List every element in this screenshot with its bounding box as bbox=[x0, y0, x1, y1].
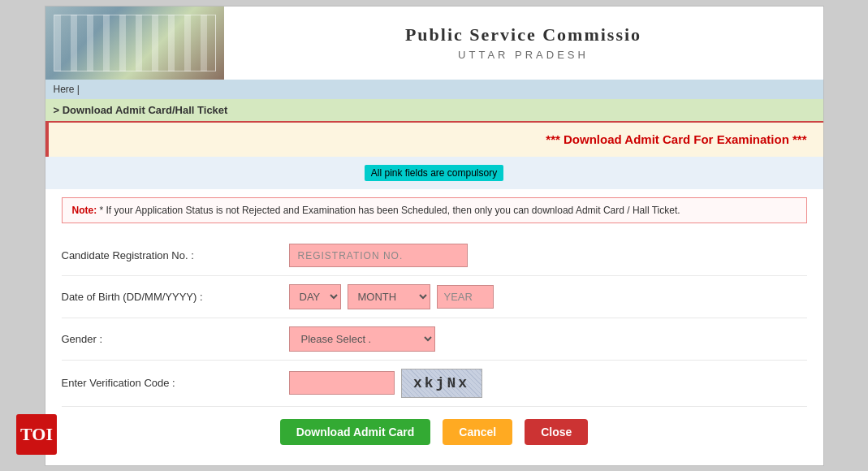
captcha-text: xkjNx bbox=[413, 375, 469, 391]
nav-text: Here | bbox=[54, 84, 80, 95]
dob-row: Date of Birth (DD/MM/YYYY) : DAY 12345 6… bbox=[62, 276, 807, 318]
form-container: Note: * If your Application Status is no… bbox=[45, 189, 823, 465]
close-button[interactable]: Close bbox=[525, 419, 588, 445]
toi-label: TOI bbox=[20, 424, 53, 445]
captcha-row: Enter Verification Code : xkjNx bbox=[62, 361, 807, 407]
dob-day-select[interactable]: DAY 12345 678910 1112131415 1617181920 2… bbox=[289, 284, 341, 309]
header-title-area: Public Service Commissio UTTAR PRADESH bbox=[224, 6, 823, 80]
breadcrumb: > Download Admit Card/Hall Ticket bbox=[45, 99, 823, 121]
header-building-image bbox=[45, 6, 224, 80]
download-title-bar: *** Download Admit Card For Examination … bbox=[45, 121, 823, 157]
nav-bar: Here | bbox=[45, 80, 823, 99]
pink-notice-badge: All pink fields are compulsory bbox=[365, 165, 503, 181]
gender-label: Gender : bbox=[62, 333, 289, 345]
download-admit-card-button[interactable]: Download Admit Card bbox=[280, 419, 431, 445]
main-container: Public Service Commissio UTTAR PRADESH H… bbox=[45, 6, 824, 466]
dob-year-input[interactable] bbox=[437, 285, 494, 309]
registration-control bbox=[289, 244, 807, 267]
gender-row: Gender : Please Select . Male Female Oth… bbox=[62, 318, 807, 361]
note-text: * If your Application Status is not Reje… bbox=[100, 205, 680, 216]
commission-title: Public Service Commissio bbox=[405, 24, 641, 45]
breadcrumb-text: > Download Admit Card/Hall Ticket bbox=[54, 104, 228, 116]
registration-row: Candidate Registration No. : bbox=[62, 236, 807, 276]
toi-badge: TOI bbox=[16, 414, 57, 455]
cancel-button[interactable]: Cancel bbox=[443, 419, 512, 445]
button-row: Download Admit Card Cancel Close bbox=[62, 407, 807, 449]
registration-input[interactable] bbox=[289, 244, 468, 267]
download-title: *** Download Admit Card For Examination … bbox=[546, 132, 806, 146]
captcha-image: xkjNx bbox=[401, 369, 482, 398]
gender-control: Please Select . Male Female Other bbox=[289, 326, 807, 352]
dob-control: DAY 12345 678910 1112131415 1617181920 2… bbox=[289, 284, 807, 309]
note-label: Note: bbox=[72, 205, 97, 216]
dob-month-select[interactable]: MONTH JanuaryFebruaryMarchApril MayJuneJ… bbox=[348, 284, 430, 309]
pink-notice-bar: All pink fields are compulsory bbox=[45, 157, 823, 189]
captcha-control: xkjNx bbox=[289, 369, 807, 398]
captcha-input[interactable] bbox=[289, 371, 395, 395]
gender-select[interactable]: Please Select . Male Female Other bbox=[289, 326, 435, 352]
note-box: Note: * If your Application Status is no… bbox=[62, 197, 807, 223]
registration-label: Candidate Registration No. : bbox=[62, 249, 289, 261]
header: Public Service Commissio UTTAR PRADESH bbox=[45, 6, 823, 80]
commission-subtitle: UTTAR PRADESH bbox=[458, 49, 589, 61]
captcha-label: Enter Verification Code : bbox=[62, 377, 289, 389]
dob-label: Date of Birth (DD/MM/YYYY) : bbox=[62, 291, 289, 303]
